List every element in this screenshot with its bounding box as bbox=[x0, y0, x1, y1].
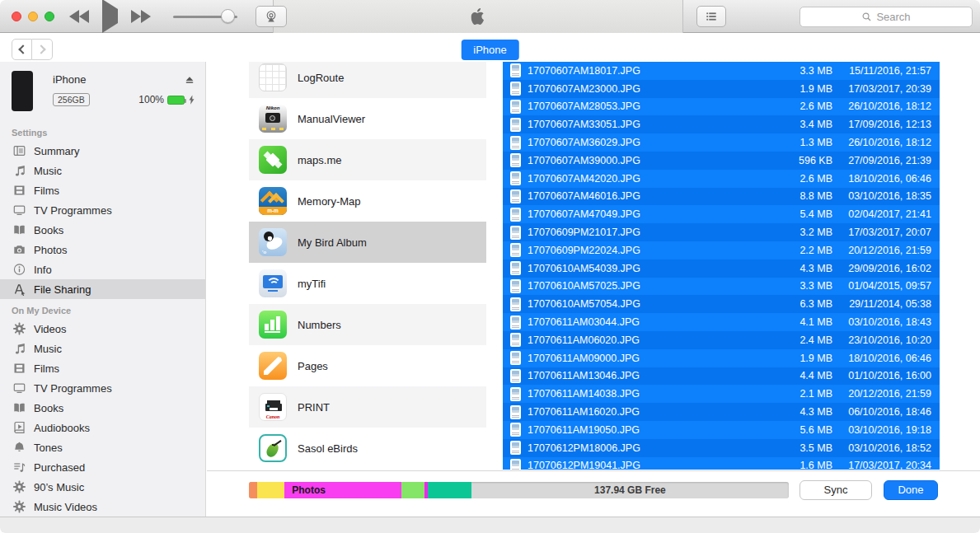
sidebar-item-label: Books bbox=[34, 224, 63, 236]
sidebar-item[interactable]: Films bbox=[0, 180, 205, 200]
app-row[interactable]: myTifi bbox=[249, 263, 486, 304]
sidebar-item-label: Books bbox=[34, 402, 63, 414]
file-row[interactable]: 17070607AM18017.JPG 3.3 MB 15/11/2016, 2… bbox=[503, 62, 940, 80]
file-date: 17/03/2017, 20:07 bbox=[832, 227, 940, 238]
file-row[interactable]: 17070607AM28053.JPG 2.6 MB 26/10/2016, 1… bbox=[503, 98, 940, 116]
file-name: 17070609PM22024.JPG bbox=[528, 245, 778, 256]
sidebar-item[interactable]: Films bbox=[0, 358, 205, 378]
file-row[interactable]: 17070607AM46016.JPG 8.8 MB 03/10/2016, 1… bbox=[503, 188, 940, 206]
search-icon bbox=[861, 12, 872, 22]
app-icon bbox=[259, 434, 287, 462]
list-view-button[interactable] bbox=[696, 6, 726, 27]
file-name: 17070607AM42020.JPG bbox=[528, 173, 778, 185]
rewind-button[interactable] bbox=[69, 10, 89, 23]
file-row[interactable]: 17070611AM14038.JPG 2.1 MB 20/12/2016, 2… bbox=[503, 385, 940, 403]
app-row[interactable]: ManualViewer bbox=[249, 98, 486, 139]
sidebar-item[interactable]: Info bbox=[0, 259, 205, 279]
app-row[interactable]: maps.me bbox=[249, 139, 486, 180]
file-row[interactable]: 17070607AM36029.JPG 1.3 MB 26/10/2016, 1… bbox=[503, 133, 940, 152]
sidebar-item[interactable]: Purchased bbox=[0, 457, 205, 477]
file-date: 20/12/2016, 21:59 bbox=[832, 245, 940, 256]
fast-forward-button[interactable] bbox=[131, 10, 151, 23]
file-name: 17070607AM23000.JPG bbox=[528, 83, 778, 95]
app-row[interactable]: My Bird Album bbox=[249, 222, 486, 263]
app-row[interactable]: Memory-Map bbox=[249, 180, 486, 222]
sidebar-item[interactable]: Tones bbox=[0, 437, 205, 457]
file-date: 17/03/2017, 20:34 bbox=[832, 460, 940, 470]
jpeg-file-icon bbox=[510, 459, 521, 470]
file-row[interactable]: 17070609PM22024.JPG 2.2 MB 20/12/2016, 2… bbox=[503, 241, 940, 259]
window-bottom-strip bbox=[0, 517, 980, 533]
sidebar-item[interactable]: Summary bbox=[0, 141, 205, 161]
app-row[interactable]: Sasol eBirds bbox=[249, 428, 486, 469]
jpeg-file-icon bbox=[510, 405, 521, 419]
volume-knob[interactable] bbox=[221, 9, 235, 23]
file-row[interactable]: 17070607AM47049.JPG 5.4 MB 02/04/2017, 2… bbox=[503, 205, 940, 223]
jpeg-file-icon bbox=[510, 261, 521, 275]
zoom-button[interactable] bbox=[45, 12, 54, 21]
sidebar-item[interactable]: Music bbox=[0, 339, 205, 358]
file-row[interactable]: 17070611AM09000.JPG 1.9 MB 18/10/2016, 0… bbox=[503, 349, 940, 367]
sidebar-item[interactable]: Audiobooks bbox=[0, 418, 205, 437]
done-button[interactable]: Done bbox=[884, 480, 938, 500]
capacity-segment bbox=[257, 482, 284, 498]
file-row[interactable]: 17070612PM19041.JPG 1.6 MB 17/03/2017, 2… bbox=[503, 457, 940, 470]
sidebar-item[interactable]: TV Programmes bbox=[0, 200, 205, 220]
file-row[interactable]: 17070607AM33051.JPG 3.4 MB 17/09/2016, 1… bbox=[503, 115, 940, 133]
play-button[interactable] bbox=[102, 9, 118, 24]
file-row[interactable]: 17070607AM39000.JPG 596 KB 27/09/2016, 2… bbox=[503, 152, 940, 170]
file-row[interactable]: 17070607AM42020.JPG 2.6 MB 18/10/2016, 0… bbox=[503, 170, 940, 188]
file-row[interactable]: 17070611AM06020.JPG 2.4 MB 23/10/2016, 1… bbox=[503, 331, 940, 349]
file-name: 17070607AM47049.JPG bbox=[528, 208, 778, 220]
capacity-bar: 137.94 GB Free Photos bbox=[249, 482, 789, 498]
toolbar: Search bbox=[0, 0, 980, 33]
file-row[interactable]: 17070607AM23000.JPG 1.9 MB 17/03/2017, 2… bbox=[503, 80, 940, 98]
eject-icon[interactable] bbox=[184, 74, 195, 86]
app-row[interactable]: LogRoute bbox=[249, 62, 486, 98]
file-row[interactable]: 17070609PM21017.JPG 3.2 MB 17/03/2017, 2… bbox=[503, 223, 940, 241]
battery-percent: 100% bbox=[138, 94, 164, 105]
app-name: Numbers bbox=[298, 319, 341, 331]
airplay-button[interactable] bbox=[256, 6, 287, 27]
settings-section-title: Settings bbox=[0, 121, 205, 141]
sidebar-item[interactable]: Videos bbox=[0, 319, 205, 339]
device-tab-iphone[interactable]: iPhone bbox=[461, 40, 518, 60]
file-name: 17070607AM36029.JPG bbox=[528, 137, 778, 148]
sidebar-item[interactable]: Music bbox=[0, 161, 205, 180]
file-row[interactable]: 17070612PM18006.JPG 3.5 MB 03/10/2016, 1… bbox=[503, 439, 940, 457]
sidebar-item[interactable]: Music Videos bbox=[0, 497, 205, 517]
jpeg-file-icon bbox=[510, 226, 521, 240]
file-row[interactable]: 17070611AM16020.JPG 4.3 MB 06/10/2016, 1… bbox=[503, 403, 940, 421]
file-row[interactable]: 17070611AM13046.JPG 4.4 MB 01/10/2016, 1… bbox=[503, 367, 940, 386]
file-row[interactable]: 17070610AM54039.JPG 4.3 MB 29/09/2016, 1… bbox=[503, 259, 940, 278]
file-name: 17070610AM54039.JPG bbox=[528, 263, 778, 274]
app-row[interactable]: Numbers bbox=[249, 304, 486, 345]
close-button[interactable] bbox=[12, 12, 21, 21]
file-name: 17070612PM18006.JPG bbox=[528, 442, 778, 454]
app-row[interactable]: PRINT bbox=[249, 386, 486, 428]
capacity-badge: 256GB bbox=[53, 93, 90, 106]
itunes-window: Search iPhone iPhone 256GB 100% bbox=[0, 0, 980, 533]
volume-slider[interactable] bbox=[173, 13, 237, 20]
app-row[interactable]: Pages bbox=[249, 345, 486, 386]
forward-button[interactable] bbox=[32, 39, 53, 60]
sidebar-item[interactable]: Photos bbox=[0, 240, 205, 259]
file-row[interactable]: 17070611AM19050.JPG 5.6 MB 03/10/2016, 1… bbox=[503, 421, 940, 439]
file-size: 596 KB bbox=[778, 155, 832, 166]
file-row[interactable]: 17070611AM03044.JPG 4.1 MB 03/10/2016, 1… bbox=[503, 313, 940, 331]
sidebar-item-icon bbox=[12, 243, 26, 256]
sidebar-item[interactable]: File Sharing bbox=[0, 279, 205, 299]
chevron-left-icon bbox=[18, 44, 27, 54]
file-row[interactable]: 17070610AM57054.JPG 6.3 MB 29/11/2014, 0… bbox=[503, 295, 940, 313]
sidebar-item[interactable]: 90’s Music bbox=[0, 477, 205, 497]
search-input[interactable]: Search bbox=[799, 7, 973, 27]
sidebar-item[interactable]: Books bbox=[0, 398, 205, 418]
sidebar-item[interactable]: TV Programmes bbox=[0, 378, 205, 398]
file-row[interactable]: 17070610AM57025.JPG 3.3 MB 01/04/2015, 0… bbox=[503, 278, 940, 296]
file-date: 15/11/2016, 21:57 bbox=[832, 65, 940, 77]
sidebar-item[interactable]: Books bbox=[0, 220, 205, 240]
sync-button[interactable]: Sync bbox=[799, 480, 872, 500]
back-button[interactable] bbox=[12, 39, 32, 60]
window-controls bbox=[12, 12, 54, 21]
minimize-button[interactable] bbox=[28, 12, 38, 21]
